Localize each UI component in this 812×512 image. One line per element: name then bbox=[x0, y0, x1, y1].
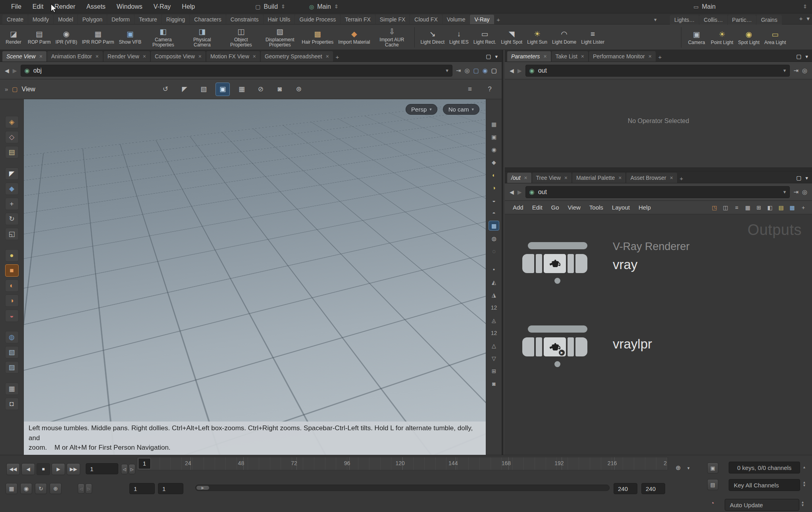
white-pane-icon[interactable]: ▢ bbox=[491, 67, 497, 74]
sync-path-icon[interactable]: ◎ bbox=[802, 67, 807, 74]
network-notes-icon[interactable]: ▤ bbox=[776, 203, 786, 212]
shelf-tool[interactable]: ◉ Spot Light bbox=[736, 29, 762, 46]
shelf-tool[interactable]: ◉ IPR (VFB) bbox=[53, 29, 80, 46]
pose-tool-icon[interactable]: ◇ bbox=[5, 131, 19, 143]
network-menu-item[interactable]: Go bbox=[547, 204, 563, 211]
menu-item[interactable]: Help bbox=[177, 2, 200, 12]
pane-tab[interactable]: Motion FX View × bbox=[206, 51, 260, 62]
jump-to-end-button[interactable]: ▶▶ bbox=[67, 463, 80, 475]
update-mode-down-icon[interactable]: ▾ bbox=[802, 504, 804, 507]
shelf-set-menu-icon[interactable]: ▾ bbox=[806, 15, 810, 22]
shelf-tab[interactable]: Hair Utils bbox=[264, 15, 295, 24]
pane-tab-menu-icon[interactable]: ▾ bbox=[495, 54, 498, 60]
contained-select-icon[interactable]: ▦ bbox=[235, 83, 249, 96]
node-input-connector[interactable] bbox=[528, 242, 587, 249]
tab-close-icon[interactable]: × bbox=[581, 53, 584, 60]
sync-path-icon[interactable]: ◎ bbox=[802, 189, 807, 196]
flipbook-icon[interactable]: ⊛ bbox=[292, 83, 306, 96]
network-list-mode-icon[interactable]: ≡ bbox=[732, 203, 741, 212]
step-forward-button[interactable]: ▷ bbox=[129, 464, 135, 474]
playback-range-end-field[interactable]: 240 bbox=[614, 483, 637, 494]
path-forward-icon[interactable]: ▶ bbox=[13, 67, 17, 74]
pane-tab[interactable]: Ge​ometry Spreadsheet × bbox=[261, 51, 333, 62]
prim-count-badge[interactable]: 12 bbox=[489, 328, 499, 338]
select-mode-icon[interactable]: ◤ bbox=[177, 83, 192, 96]
strip-divider-dot[interactable]: • bbox=[489, 264, 499, 274]
network-menu-item[interactable]: Tools bbox=[585, 204, 607, 211]
pane-tab[interactable]: /out × bbox=[507, 173, 531, 183]
tab-close-icon[interactable]: × bbox=[618, 175, 622, 181]
view-type-button[interactable]: Persp ▾ bbox=[406, 104, 437, 115]
desktop-spinner-icon[interactable]: ⇕ bbox=[281, 4, 285, 10]
magnet-tool-icon[interactable]: ◒ bbox=[5, 310, 19, 322]
add-pane-tab-button[interactable]: + bbox=[677, 173, 686, 183]
path-forward-icon[interactable]: ▶ bbox=[518, 189, 522, 195]
crowd-icon[interactable]: ◉ bbox=[483, 67, 488, 74]
global-range-end-field[interactable]: 240 bbox=[641, 483, 665, 494]
shelf-tool[interactable]: ◥ Light Spot bbox=[498, 29, 525, 46]
range-step-forward-button[interactable]: ▷ bbox=[85, 483, 92, 494]
shelf-tool[interactable]: ▨ Displacement Properties bbox=[260, 26, 299, 48]
scale-tool-icon[interactable]: ◱ bbox=[5, 228, 19, 240]
scene-3d-view[interactable]: Persp ▾ No cam ▾ Left mouse tumbles. Mid… bbox=[24, 99, 486, 455]
link-path-icon[interactable]: ⇥ bbox=[793, 189, 799, 196]
playbar-zoom-icon[interactable]: ⊕ bbox=[50, 483, 62, 494]
node-flag[interactable] bbox=[575, 337, 587, 356]
playback-range-slider[interactable]: ▶ bbox=[195, 485, 610, 491]
shelf-tool[interactable]: ▣ Camera bbox=[685, 29, 708, 46]
path-dropdown-icon[interactable]: ▾ bbox=[446, 67, 448, 73]
shelf-tool[interactable]: ▭ Light Rect. bbox=[471, 29, 498, 46]
pane-tab[interactable]: Asset Browser × bbox=[626, 173, 677, 183]
dynamics-tool-icon[interactable]: ◍ bbox=[5, 331, 19, 343]
desktop-selector[interactable]: ▢ Build ⇕ bbox=[251, 3, 289, 10]
pane-tab[interactable]: Material Palette × bbox=[572, 173, 625, 183]
help-icon[interactable]: ? bbox=[483, 83, 497, 96]
path-dropdown-icon[interactable]: ▾ bbox=[783, 67, 786, 73]
display-options-icon[interactable]: ≡ bbox=[463, 83, 477, 96]
network-menu-item[interactable]: View bbox=[564, 204, 585, 211]
shelf-tool[interactable]: ◧ Camera Properties bbox=[144, 26, 183, 48]
keys-info-caret-icon[interactable]: ▴ bbox=[803, 466, 805, 469]
shelf-tab[interactable]: Simple FX bbox=[375, 15, 410, 24]
shelf-tab[interactable]: Modify bbox=[28, 15, 53, 24]
step-back-button[interactable]: ◁ bbox=[121, 464, 128, 474]
tab-close-icon[interactable]: × bbox=[524, 175, 527, 181]
key-mode-selector[interactable]: Key All Channels bbox=[729, 479, 800, 491]
node-flag[interactable] bbox=[522, 337, 534, 356]
range-slider-handle[interactable]: ▶ bbox=[196, 486, 209, 490]
add-shelf-tab-button[interactable]: + bbox=[494, 15, 503, 24]
tab-close-icon[interactable]: × bbox=[39, 53, 42, 60]
tab-close-icon[interactable]: × bbox=[543, 53, 546, 60]
lighting-icon[interactable]: ◐ bbox=[489, 170, 499, 180]
sync-path-icon[interactable]: ◎ bbox=[464, 67, 469, 74]
shelf-tab[interactable]: Model bbox=[54, 15, 77, 24]
point-count-badge[interactable]: 12 bbox=[489, 302, 499, 312]
tab-close-icon[interactable]: × bbox=[670, 175, 673, 181]
smooth-shading-icon[interactable]: ◍ bbox=[489, 233, 499, 243]
character-tool-icon[interactable]: ● bbox=[5, 249, 19, 262]
pane-tab-menu-icon[interactable]: ▾ bbox=[805, 54, 808, 60]
pane-tab[interactable]: Performance Monitor × bbox=[589, 51, 656, 62]
menu-item[interactable]: V-Ray bbox=[149, 2, 176, 12]
viewport-options-icon[interactable]: ◘ bbox=[5, 398, 19, 410]
radial-menu-selector[interactable]: ▭ Main bbox=[689, 3, 720, 10]
playbar-zoom-menu-icon[interactable]: ⊕ bbox=[675, 464, 681, 472]
pane-maximize-icon[interactable]: ▢ bbox=[796, 175, 801, 181]
play-backwards-button[interactable]: ◀ bbox=[21, 463, 35, 475]
translate-tool-icon[interactable]: + bbox=[5, 198, 19, 210]
node-flag[interactable] bbox=[536, 337, 542, 356]
node-body[interactable]: ▶ bbox=[522, 337, 592, 356]
secure-selection-icon[interactable]: ◆ bbox=[5, 183, 19, 195]
network-add-icon[interactable]: + bbox=[799, 203, 808, 212]
node-flag[interactable] bbox=[522, 254, 534, 273]
keys-lock-icon[interactable]: ▣ bbox=[707, 462, 718, 474]
scene-path-field[interactable]: ◉ obj ▾ bbox=[21, 65, 452, 77]
muscle-tool-icon[interactable]: ◑ bbox=[5, 294, 19, 307]
tab-close-icon[interactable]: × bbox=[564, 175, 568, 181]
timeline-ruler[interactable]: 244872961201441681922162 1 bbox=[137, 457, 668, 470]
play-button[interactable]: ▶ bbox=[52, 463, 65, 475]
shelf-tab[interactable]: Cloud FX bbox=[410, 15, 442, 24]
jump-to-start-button[interactable]: ◀◀ bbox=[6, 463, 20, 475]
node-flag[interactable] bbox=[568, 337, 574, 356]
pane-maximize-icon[interactable]: ▢ bbox=[796, 53, 801, 60]
